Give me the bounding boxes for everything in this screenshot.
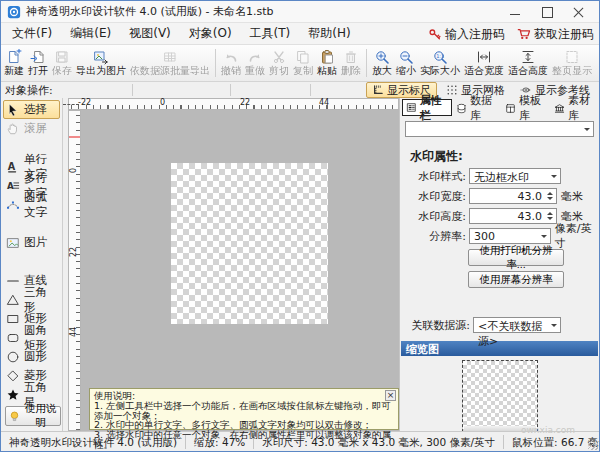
horizontal-ruler: -2202244 xyxy=(68,98,399,110)
tab-properties[interactable]: 属性栏 xyxy=(402,99,452,116)
align-top-icon xyxy=(192,83,207,97)
object-select-combo[interactable] xyxy=(405,121,594,137)
export-image-icon xyxy=(93,49,109,65)
list-icon xyxy=(406,101,417,114)
tab-datasource[interactable]: 数据库 xyxy=(453,100,501,116)
batch-export-button: 依数据源批量导出 xyxy=(128,48,212,78)
menu-file[interactable]: 文件(F) xyxy=(3,23,61,44)
doc-new-icon xyxy=(6,49,22,65)
tool-triangle[interactable]: 三角形 xyxy=(3,290,60,309)
svg-text:A: A xyxy=(8,160,16,171)
open-button[interactable]: 打开 xyxy=(26,48,50,78)
tool-image[interactable]: 图片 xyxy=(3,233,60,252)
trash-icon xyxy=(343,49,359,65)
menu-view[interactable]: 视图(V) xyxy=(120,23,180,44)
spinner-arrows-icon[interactable] xyxy=(544,190,555,202)
maximize-icon[interactable] xyxy=(541,7,553,17)
style-row: 水印样式: 无边框水印 xyxy=(400,166,599,186)
height-stepper[interactable]: 43.0 xyxy=(469,208,557,224)
cart-icon xyxy=(517,27,531,41)
dpi-label: 分辨率: xyxy=(406,229,466,244)
rounded-rect-icon xyxy=(6,331,20,345)
tab-materials[interactable]: 素材库 xyxy=(551,100,599,116)
text-multi-icon: A xyxy=(6,179,20,193)
menu-edit[interactable]: 编辑(E) xyxy=(61,23,120,44)
object-operations-label: 对象操作: xyxy=(5,83,53,98)
canvas-area: -2202244 02244 使用说明: 1. 左侧工具栏中选择一个功能后，在画… xyxy=(63,98,399,431)
tool-palette: 选择 滚屏 A 单行文字 A 多行文字 圆弧文字 图片 xyxy=(1,98,63,431)
panel-tabs: 属性栏 数据库 模板库 素材库 xyxy=(400,98,599,116)
title-bar: 神奇透明水印设计软件 4.0 (试用版) - 未命名1.stb xyxy=(1,1,599,23)
circle-icon xyxy=(6,350,20,364)
zoom-out-button[interactable]: 缩小 xyxy=(394,48,418,78)
zoom-in-button[interactable]: 放大 xyxy=(370,48,394,78)
resize-grip[interactable] xyxy=(588,440,598,450)
tool-pan: 滚屏 xyxy=(3,119,60,138)
width-label: 水印宽度: xyxy=(406,189,466,204)
chevron-down-icon xyxy=(584,128,590,134)
align-right-icon xyxy=(174,83,189,97)
svg-text:A: A xyxy=(7,180,14,190)
distribute-h-icon xyxy=(236,83,251,97)
actual-size-button[interactable]: 1:1 实际大小 xyxy=(418,48,462,78)
enter-license-button[interactable]: 输入注册码 xyxy=(428,26,505,43)
thumbnail-area xyxy=(400,356,599,431)
app-window: 神奇透明水印设计软件 4.0 (试用版) - 未命名1.stb 文件(F)编辑(… xyxy=(0,0,600,452)
object-toolbar: 对象操作: 显示标尺 显示网格 显示参考线 xyxy=(1,82,599,98)
close-icon[interactable] xyxy=(573,7,585,17)
use-screen-dpi-button[interactable]: 使用屏幕分辨率 xyxy=(468,271,564,288)
full-page-button: 整页显示 xyxy=(550,48,594,78)
menu-help[interactable]: 帮助(H) xyxy=(299,23,359,44)
vertical-ruler: 02244 xyxy=(68,110,81,431)
scissors-icon xyxy=(271,49,287,65)
tip-close-icon[interactable]: × xyxy=(385,390,396,401)
fit-width-icon xyxy=(476,49,492,65)
undo-icon xyxy=(223,49,239,65)
undo-button: 撤销 xyxy=(219,48,243,78)
chevron-down-icon xyxy=(551,175,557,181)
dpi-dropdown[interactable]: 300 xyxy=(469,228,551,244)
use-printer-dpi-button[interactable]: 使用打印机分辨率... xyxy=(468,249,564,266)
spinner-arrows-icon[interactable] xyxy=(544,210,555,222)
ruler-label: -22 xyxy=(78,99,91,107)
ruler-label: 0 xyxy=(70,168,78,173)
tool-rounded-rectangle[interactable]: 圆角矩形 xyxy=(3,328,60,347)
usage-tip-line: 3. 选择水印中的任意一个对象，在右侧的属性栏里可以调整该对象的属性。 xyxy=(94,430,394,450)
help-button[interactable]: 使用说明 xyxy=(5,406,61,426)
menu-object[interactable]: 对象(O) xyxy=(180,23,241,44)
tab-templates[interactable]: 模板库 xyxy=(502,100,550,116)
fit-width-button[interactable]: 适合宽度 xyxy=(462,48,506,78)
paste-button[interactable]: 粘贴 xyxy=(315,48,339,78)
datasource-dropdown[interactable]: <不关联数据源> xyxy=(473,317,561,333)
text-single-icon: A xyxy=(6,160,20,174)
separator xyxy=(366,49,367,77)
menu-tools[interactable]: 工具(T) xyxy=(241,23,300,44)
new-button[interactable]: 新建 xyxy=(2,48,26,78)
minimize-icon[interactable] xyxy=(509,7,521,17)
tool-select[interactable]: 选择 xyxy=(3,100,60,119)
full-page-icon xyxy=(564,49,580,65)
delete-button: 删除 xyxy=(339,48,363,78)
align-center-h-icon xyxy=(156,83,171,97)
separator xyxy=(230,84,231,96)
watermark-props-title: 水印属性: xyxy=(410,148,599,165)
object-operation-icons xyxy=(58,83,349,97)
style-dropdown[interactable]: 无边框水印 xyxy=(469,168,561,184)
align-left-icon xyxy=(138,83,153,97)
diamond-icon xyxy=(6,369,20,383)
mouse-y-marker xyxy=(69,136,80,138)
ruler-label: 44 xyxy=(70,327,78,337)
export-image-button[interactable]: 导出为图片 xyxy=(74,48,128,78)
tool-arc-text[interactable]: 圆弧文字 xyxy=(3,195,60,214)
chevron-down-icon xyxy=(541,235,547,241)
get-license-button[interactable]: 获取注册码 xyxy=(517,26,594,43)
key-icon xyxy=(428,27,442,41)
bank-icon xyxy=(554,102,565,115)
zoom-in-icon xyxy=(374,49,390,65)
width-stepper[interactable]: 43.0 xyxy=(469,188,557,204)
zoom-actual-icon: 1:1 xyxy=(432,49,448,65)
main-toolbar: 新建 打开 保存 导出为图片 依数据源批量导出 撤销 重做 剪切 xyxy=(1,45,599,82)
watermark-canvas[interactable] xyxy=(171,163,328,324)
canvas[interactable] xyxy=(81,110,399,431)
fit-height-button[interactable]: 适合高度 xyxy=(506,48,550,78)
